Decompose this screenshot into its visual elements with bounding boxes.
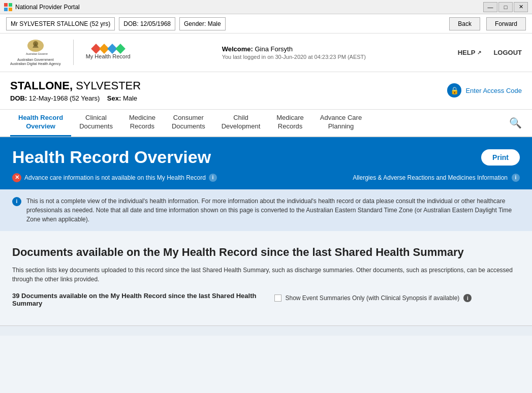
tab-consumer-documents[interactable]: Consumer Documents xyxy=(164,110,213,137)
tab-clinical-documents[interactable]: Clinical Documents xyxy=(71,110,121,137)
gov-line1: Australian Government xyxy=(17,58,54,61)
gov-logo: Australian Government Australian Governm… xyxy=(10,39,61,67)
docs-row: 39 Documents available on the My Health … xyxy=(12,292,520,311)
section-desc: This section lists key documents uploade… xyxy=(12,266,520,284)
help-link[interactable]: HELP ↗ xyxy=(458,49,482,56)
patient-first-name: SYLVESTER xyxy=(76,79,141,92)
patient-name-block: STALLONE, SYLVESTER DOB: 12-May-1968 (52… xyxy=(10,79,141,102)
svg-rect-3 xyxy=(9,8,12,11)
svg-rect-0 xyxy=(4,3,8,7)
access-code-link[interactable]: Enter Access Code xyxy=(465,87,522,94)
allergies-info: Allergies & Adverse Reactions and Medici… xyxy=(353,174,520,182)
bottom-edge xyxy=(0,325,532,336)
docs-count-block: 39 Documents available on the My Health … xyxy=(12,292,258,311)
patient-last-name: STALLONE, xyxy=(10,79,73,92)
svg-rect-1 xyxy=(9,3,12,7)
back-button[interactable]: Back xyxy=(449,17,480,30)
error-icon: ✕ xyxy=(12,173,21,182)
patient-gender-field: Gender: Male xyxy=(179,17,226,30)
app-header: Australian Government Australian Governm… xyxy=(0,34,532,72)
info-box: i This is not a complete view of the ind… xyxy=(0,189,532,231)
show-summaries-info-icon[interactable]: i xyxy=(463,294,472,302)
logout-link[interactable]: LOGOUT xyxy=(493,49,522,56)
patient-section: STALLONE, SYLVESTER DOB: 12-May-1968 (52… xyxy=(0,72,532,110)
section-title: Documents available on the My Health Rec… xyxy=(12,245,520,260)
last-login: You last logged in on 30-Jun-2020 at 04:… xyxy=(222,54,366,60)
svg-text:Australian Government: Australian Government xyxy=(26,52,48,55)
sex-value: Male xyxy=(123,94,137,102)
logo-area: Australian Government Australian Governm… xyxy=(10,39,131,67)
dob-label: DOB: xyxy=(10,94,27,102)
welcome-label: Welcome: xyxy=(222,45,253,53)
window-controls: — □ ✕ xyxy=(483,2,528,12)
coat-of-arms-icon: Australian Government xyxy=(23,39,48,58)
help-label: HELP xyxy=(458,49,476,56)
show-summaries-block: Show Event Summaries Only (with Clinical… xyxy=(274,292,520,302)
patient-gender-value: Gender: Male xyxy=(184,20,221,27)
tab-health-record-overview[interactable]: Health Record Overview xyxy=(10,110,71,137)
alert-info-icon[interactable]: i xyxy=(209,174,217,182)
tab-medicare-records[interactable]: Medicare Records xyxy=(268,110,311,137)
mhr-label: My Health Record xyxy=(86,53,131,59)
minimize-button[interactable]: — xyxy=(483,2,497,12)
docs-count: 39 Documents available on the My Health … xyxy=(12,292,258,307)
welcome-area: Welcome: Gina Forsyth You last logged in… xyxy=(222,45,366,60)
print-button[interactable]: Print xyxy=(481,149,520,166)
tab-child-development[interactable]: Child Development xyxy=(213,110,269,137)
help-logout-area: HELP ↗ LOGOUT xyxy=(458,49,522,56)
sex-label: Sex: xyxy=(107,94,121,102)
tab-medicine-records[interactable]: Medicine Records xyxy=(121,110,164,137)
patient-name-field: Mr SYLVESTER STALLONE (52 yrs) xyxy=(6,17,115,30)
mhr-logo: My Health Record xyxy=(86,45,131,59)
info-box-text: This is not a complete view of the indiv… xyxy=(26,196,520,224)
user-name: Gina Forsyth xyxy=(255,45,292,53)
banner-title: Health Record Overview xyxy=(12,147,211,167)
nav-tabs: Health Record Overview Clinical Document… xyxy=(0,110,532,137)
close-button[interactable]: ✕ xyxy=(514,2,528,12)
patient-full-name: STALLONE, SYLVESTER xyxy=(10,79,141,92)
access-code-area: 🔒 Enter Access Code xyxy=(447,83,522,97)
alert-text: Advance care information is not availabl… xyxy=(24,174,206,181)
advance-care-alert: ✕ Advance care information is not availa… xyxy=(12,173,217,182)
logo-divider xyxy=(73,40,74,65)
diamond-green xyxy=(115,44,126,54)
show-summaries-checkbox[interactable] xyxy=(274,294,281,302)
show-summaries-label: Show Event Summaries Only (with Clinical… xyxy=(286,294,460,302)
banner: Health Record Overview Print ✕ Advance c… xyxy=(0,137,532,189)
patient-dob-field: DOB: 12/05/1968 xyxy=(119,17,175,30)
welcome-line: Welcome: Gina Forsyth xyxy=(222,45,366,53)
main-content: Documents available on the My Health Rec… xyxy=(0,231,532,326)
banner-alerts-row: ✕ Advance care information is not availa… xyxy=(12,173,520,182)
gov-line2: Australian Digital Health Agency xyxy=(10,62,61,66)
patient-dob-value: DOB: 12/05/1968 xyxy=(123,20,171,27)
external-link-icon: ↗ xyxy=(477,50,481,55)
allergies-text: Allergies & Adverse Reactions and Medici… xyxy=(353,174,508,181)
mhr-diamonds xyxy=(92,45,124,52)
forward-button[interactable]: Forward xyxy=(486,17,526,30)
app-icon xyxy=(4,3,12,11)
info-box-icon: i xyxy=(12,197,21,206)
dob-value: 12-May-1968 (52 Years) xyxy=(29,94,100,102)
search-icon[interactable]: 🔍 xyxy=(509,117,522,129)
patient-details: DOB: 12-May-1968 (52 Years) Sex: Male xyxy=(10,94,141,102)
lock-icon: 🔒 xyxy=(447,83,461,97)
svg-rect-2 xyxy=(4,8,8,11)
allergies-info-icon[interactable]: i xyxy=(512,174,520,182)
window-title: National Provider Portal xyxy=(15,4,483,11)
maximize-button[interactable]: □ xyxy=(498,2,513,12)
patient-name-value: Mr SYLVESTER STALLONE (52 yrs) xyxy=(11,20,110,27)
tab-advance-care-planning[interactable]: Advance Care Planning xyxy=(312,110,370,137)
patient-bar: Mr SYLVESTER STALLONE (52 yrs) DOB: 12/0… xyxy=(0,14,532,34)
title-bar: National Provider Portal — □ ✕ xyxy=(0,0,532,14)
